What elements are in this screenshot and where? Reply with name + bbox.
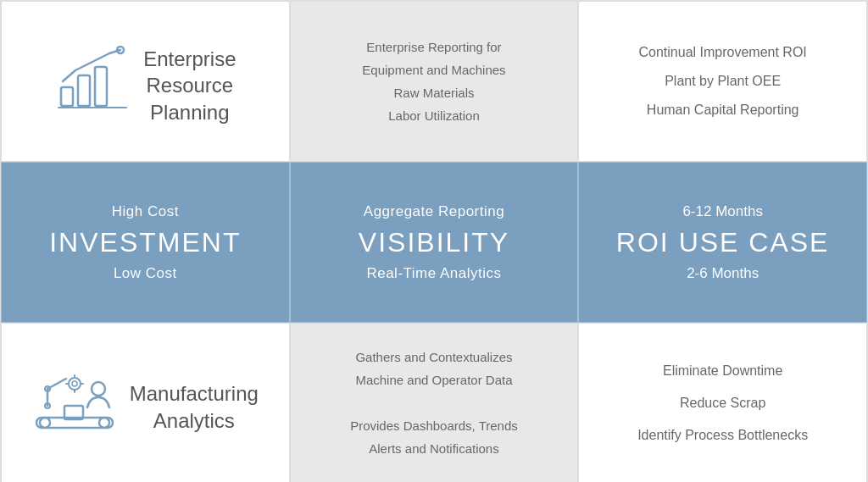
months-low-label: 2-6 Months xyxy=(687,265,759,282)
manufacturing-description-text: Gathers and Contextualizes Machine and O… xyxy=(350,346,518,460)
low-cost-label: Low Cost xyxy=(114,265,177,282)
svg-rect-2 xyxy=(95,67,107,106)
erp-icon-title-group: Enterprise Resource Planning xyxy=(54,37,236,125)
manufacturing-roi-cell: Eliminate Downtime Reduce Scrap Identify… xyxy=(578,323,867,482)
erp-roi-cell: Continual Improvement ROI Plant by Plant… xyxy=(578,1,867,162)
eliminate-downtime-label: Eliminate Downtime xyxy=(663,363,782,379)
erp-description-cell: Enterprise Reporting for Equipment and M… xyxy=(290,1,579,162)
months-high-label: 6-12 Months xyxy=(682,203,763,220)
erp-title: Enterprise Resource Planning xyxy=(143,37,236,125)
manufacturing-title: Manufacturing Analytics xyxy=(130,372,259,433)
erp-icon xyxy=(54,43,131,119)
manufacturing-description-cell: Gathers and Contextualizes Machine and O… xyxy=(290,323,579,482)
svg-point-6 xyxy=(40,418,50,428)
manufacturing-icon-title-group: Manufacturing Analytics xyxy=(32,365,259,441)
roi-item-3: Human Capital Reporting xyxy=(647,102,799,118)
manufacturing-icon xyxy=(32,365,117,441)
manufacturing-analytics-cell: Manufacturing Analytics xyxy=(1,323,290,482)
visibility-label: VISIBILITY xyxy=(359,227,509,258)
reduce-scrap-label: Reduce Scrap xyxy=(680,396,765,411)
investment-cell: High Cost INVESTMENT Low Cost xyxy=(1,162,290,323)
roi-use-case-label: ROI USE CASE xyxy=(616,227,830,258)
svg-point-15 xyxy=(72,381,77,386)
roi-use-case-cell: 6-12 Months ROI USE CASE 2-6 Months xyxy=(578,162,867,323)
realtime-analytics-label: Real-Time Analytics xyxy=(366,265,501,282)
investment-label: INVESTMENT xyxy=(49,227,241,258)
roi-item-2: Plant by Plant OEE xyxy=(665,74,781,89)
aggregate-reporting-label: Aggregate Reporting xyxy=(364,203,504,220)
identify-bottlenecks-label: Identify Process Bottlenecks xyxy=(637,428,808,443)
main-grid: Enterprise Resource Planning Enterprise … xyxy=(0,0,868,482)
erp-description-text: Enterprise Reporting for Equipment and M… xyxy=(362,36,505,127)
roi-item-1: Continual Improvement ROI xyxy=(639,45,807,60)
svg-rect-1 xyxy=(78,75,90,106)
svg-point-14 xyxy=(69,378,81,390)
svg-point-7 xyxy=(99,418,109,428)
svg-point-13 xyxy=(92,382,105,396)
high-cost-label: High Cost xyxy=(112,203,179,220)
visibility-cell: Aggregate Reporting VISIBILITY Real-Time… xyxy=(290,162,579,323)
erp-cell: Enterprise Resource Planning xyxy=(1,1,290,162)
svg-rect-0 xyxy=(61,87,73,106)
